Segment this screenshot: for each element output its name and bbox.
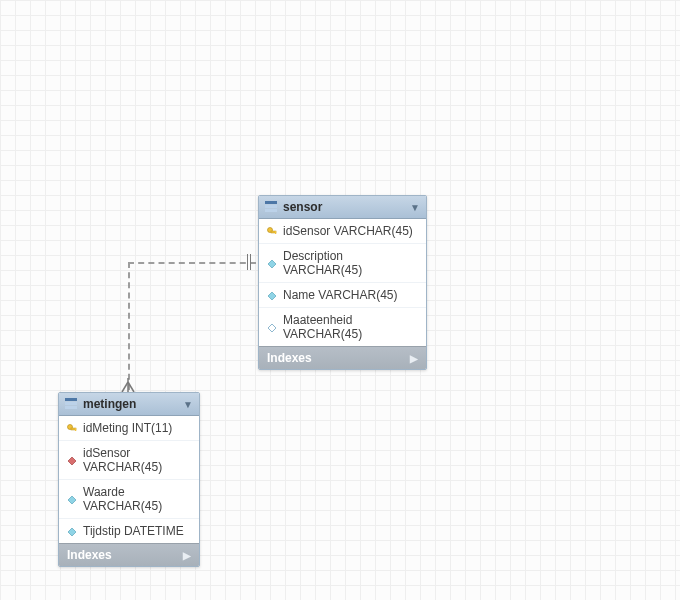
- svg-marker-10: [268, 260, 276, 268]
- svg-rect-4: [265, 201, 277, 204]
- table-metingen[interactable]: metingen ▼ idMeting INT(11)idSensor VARC…: [58, 392, 200, 567]
- svg-rect-5: [265, 205, 277, 208]
- collapse-toggle-icon[interactable]: ▼: [410, 202, 420, 213]
- expand-indexes-icon[interactable]: ▶: [410, 353, 418, 364]
- column-label: Tijdstip DATETIME: [83, 524, 184, 538]
- column-label: Name VARCHAR(45): [283, 288, 397, 302]
- svg-marker-19: [68, 457, 76, 465]
- column-row[interactable]: Waarde VARCHAR(45): [59, 480, 199, 519]
- svg-marker-20: [68, 496, 76, 504]
- column-row[interactable]: idSensor VARCHAR(45): [259, 219, 426, 244]
- column-row[interactable]: idSensor VARCHAR(45): [59, 441, 199, 480]
- relationship-end-many: [120, 378, 136, 390]
- column-row[interactable]: Maateenheid VARCHAR(45): [259, 308, 426, 346]
- table-sensor[interactable]: sensor ▼ idSensor VARCHAR(45)Description…: [258, 195, 427, 370]
- column-filled-icon: [267, 258, 277, 268]
- table-metingen-title: metingen: [83, 397, 136, 411]
- indexes-section[interactable]: Indexes ▶: [259, 346, 426, 369]
- primary-key-icon: [267, 226, 277, 236]
- column-filled-icon: [267, 290, 277, 300]
- svg-rect-18: [75, 428, 76, 431]
- erd-canvas[interactable]: sensor ▼ idSensor VARCHAR(45)Description…: [0, 0, 680, 600]
- indexes-label: Indexes: [67, 548, 112, 562]
- svg-marker-12: [268, 324, 276, 332]
- svg-rect-6: [265, 209, 277, 212]
- foreign-key-icon: [67, 455, 77, 465]
- column-label: idSensor VARCHAR(45): [283, 224, 413, 238]
- column-row[interactable]: idMeting INT(11): [59, 416, 199, 441]
- column-filled-icon: [67, 494, 77, 504]
- svg-rect-15: [65, 406, 77, 409]
- svg-rect-14: [65, 402, 77, 405]
- indexes-section[interactable]: Indexes ▶: [59, 543, 199, 566]
- table-icon: [65, 398, 77, 410]
- svg-line-1: [122, 382, 128, 392]
- collapse-toggle-icon[interactable]: ▼: [183, 399, 193, 410]
- column-icon: [267, 322, 277, 332]
- column-filled-icon: [67, 526, 77, 536]
- svg-marker-21: [68, 528, 76, 536]
- table-sensor-title: sensor: [283, 200, 322, 214]
- table-icon: [265, 201, 277, 213]
- indexes-label: Indexes: [267, 351, 312, 365]
- column-row[interactable]: Name VARCHAR(45): [259, 283, 426, 308]
- svg-rect-13: [65, 398, 77, 401]
- relationship-line-h: [128, 262, 256, 264]
- svg-line-3: [128, 382, 134, 392]
- column-label: Maateenheid VARCHAR(45): [283, 313, 418, 341]
- primary-key-icon: [67, 423, 77, 433]
- column-row[interactable]: Tijdstip DATETIME: [59, 519, 199, 543]
- column-label: Waarde VARCHAR(45): [83, 485, 191, 513]
- relationship-end-one: [247, 254, 257, 270]
- relationship-line-v: [128, 262, 130, 390]
- table-metingen-header[interactable]: metingen ▼: [59, 393, 199, 416]
- svg-marker-11: [268, 292, 276, 300]
- column-label: Description VARCHAR(45): [283, 249, 418, 277]
- column-row[interactable]: Description VARCHAR(45): [259, 244, 426, 283]
- table-sensor-header[interactable]: sensor ▼: [259, 196, 426, 219]
- column-label: idSensor VARCHAR(45): [83, 446, 191, 474]
- column-label: idMeting INT(11): [83, 421, 172, 435]
- svg-rect-9: [275, 231, 276, 234]
- expand-indexes-icon[interactable]: ▶: [183, 550, 191, 561]
